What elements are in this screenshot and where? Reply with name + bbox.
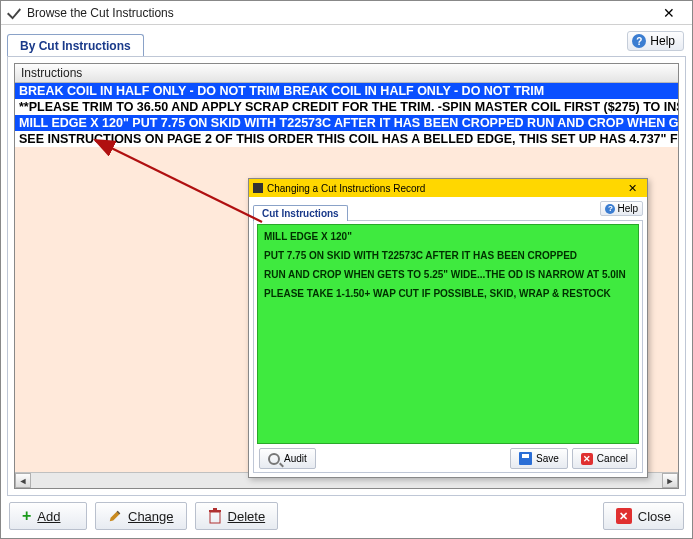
- editor-line: PUT 7.75 ON SKID WITH T22573C AFTER IT H…: [264, 250, 632, 261]
- close-button[interactable]: ✕ Close: [603, 502, 684, 530]
- svg-rect-2: [213, 508, 217, 510]
- help-icon: ?: [632, 34, 646, 48]
- instructions-editor[interactable]: MILL EDGE X 120" PUT 7.75 ON SKID WITH T…: [257, 224, 639, 444]
- delete-button[interactable]: Delete: [195, 502, 279, 530]
- save-icon: [519, 452, 532, 465]
- window-close-button[interactable]: ✕: [652, 5, 686, 21]
- cancel-label: Cancel: [597, 453, 628, 464]
- editor-line: PLEASE TAKE 1-1.50+ WAP CUT IF POSSIBLE,…: [264, 288, 632, 299]
- help-icon: ?: [605, 204, 615, 214]
- add-label: Add: [37, 509, 60, 524]
- svg-rect-1: [209, 510, 221, 512]
- dialog-titlebar: Changing a Cut Instructions Record ✕: [249, 179, 647, 197]
- editor-line: MILL EDGE X 120": [264, 231, 632, 242]
- dialog-help-label: Help: [617, 203, 638, 214]
- scroll-left-button[interactable]: ◄: [15, 473, 31, 488]
- table-row[interactable]: BREAK COIL IN HALF ONLY - DO NOT TRIM BR…: [15, 83, 678, 99]
- scroll-right-button[interactable]: ►: [662, 473, 678, 488]
- change-label: Change: [128, 509, 174, 524]
- button-bar: + Add Change Delete ✕ Close: [7, 496, 686, 532]
- app-icon: [7, 6, 21, 20]
- delete-label: Delete: [228, 509, 266, 524]
- column-header-instructions[interactable]: Instructions: [15, 64, 678, 83]
- help-label: Help: [650, 34, 675, 48]
- cancel-button[interactable]: ✕ Cancel: [572, 448, 637, 469]
- cancel-icon: ✕: [581, 453, 593, 465]
- titlebar: Browse the Cut Instructions ✕: [1, 1, 692, 25]
- table-row[interactable]: MILL EDGE X 120" PUT 7.75 ON SKID WITH T…: [15, 115, 678, 131]
- save-label: Save: [536, 453, 559, 464]
- save-button[interactable]: Save: [510, 448, 568, 469]
- pencil-icon: [108, 509, 122, 523]
- dialog-close-button[interactable]: ✕: [621, 182, 643, 195]
- audit-label: Audit: [284, 453, 307, 464]
- plus-icon: +: [22, 510, 31, 522]
- window-title: Browse the Cut Instructions: [27, 6, 652, 20]
- tab-strip: [144, 31, 686, 57]
- dialog-client: Cut Instructions ? Help MILL EDGE X 120"…: [249, 197, 647, 477]
- dialog-icon: [253, 183, 263, 193]
- dialog-tab-row: Cut Instructions ? Help: [253, 201, 643, 221]
- table-row[interactable]: **PLEASE TRIM TO 36.50 AND APPLY SCRAP C…: [15, 99, 678, 115]
- trash-icon: [208, 508, 222, 524]
- tab-row: By Cut Instructions ? Help: [7, 31, 686, 57]
- dialog-title: Changing a Cut Instructions Record: [267, 183, 425, 194]
- magnifier-icon: [268, 453, 280, 465]
- help-button[interactable]: ? Help: [627, 31, 684, 51]
- dialog-panel: MILL EDGE X 120" PUT 7.75 ON SKID WITH T…: [253, 220, 643, 473]
- close-label: Close: [638, 509, 671, 524]
- svg-rect-0: [210, 512, 220, 523]
- dialog-help-button[interactable]: ? Help: [600, 201, 643, 216]
- change-button[interactable]: Change: [95, 502, 187, 530]
- dialog-button-bar: Audit Save ✕ Cancel: [257, 444, 639, 469]
- close-icon: ✕: [616, 508, 632, 524]
- add-button[interactable]: + Add: [9, 502, 87, 530]
- editor-line: RUN AND CROP WHEN GETS TO 5.25" WIDE...T…: [264, 269, 632, 280]
- audit-button[interactable]: Audit: [259, 448, 316, 469]
- table-row[interactable]: SEE INSTRUCTIONS ON PAGE 2 OF THIS ORDER…: [15, 131, 678, 147]
- dialog-tab-cut-instructions[interactable]: Cut Instructions: [253, 205, 348, 221]
- tab-by-cut-instructions[interactable]: By Cut Instructions: [7, 34, 144, 57]
- edit-dialog: Changing a Cut Instructions Record ✕ Cut…: [248, 178, 648, 478]
